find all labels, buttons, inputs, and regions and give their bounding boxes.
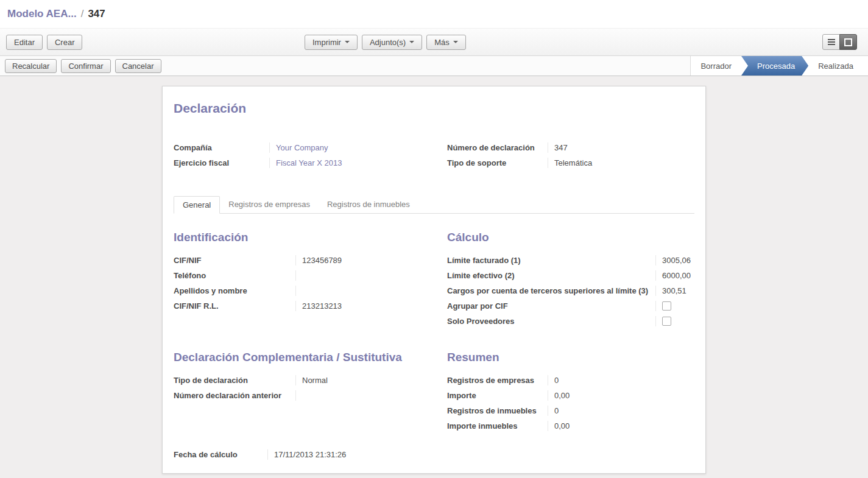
calculo-group: Cálculo Límite facturado (1) 3005,06 Lím… [447,231,694,329]
apellidos-nombre-value [295,286,447,296]
fiscalyear-label: Ejercicio fiscal [174,158,269,167]
importe-value: 0,00 [548,390,694,401]
breadcrumb-current: 347 [88,8,105,20]
section-identificacion-calculo: Identificación CIF/NIF 123456789 Teléfon… [174,231,694,329]
solo-proveedores-checkbox[interactable] [662,317,671,326]
field-row: Solo Proveedores [447,314,694,329]
declaration-number-value: 347 [548,142,694,153]
field-row: Número declaración anterior [174,388,447,403]
header-fields: Compañía Your Company Ejercicio fiscal F… [174,140,694,170]
registros-inmuebles-value: 0 [548,406,694,416]
action-bar: Recalcular Confirmar Cancelar Borrador P… [0,56,868,76]
field-row: Número de declaración 347 [447,140,694,155]
telefono-value [295,270,447,281]
numero-declaracion-anterior-value [295,390,447,401]
numero-declaracion-anterior-label: Número declaración anterior [174,391,295,400]
resumen-group: Resumen Registros de empresas 0 Importe … [447,351,694,434]
cif-nif-value: 123456789 [295,255,447,265]
company-value: Your Company [269,142,447,153]
caret-down-icon [409,41,414,43]
print-menu-label: Imprimir [312,38,341,47]
field-row: Importe 0,00 [447,388,694,403]
importe-inmuebles-value: 0,00 [548,421,694,431]
registros-empresas-value: 0 [548,375,694,385]
importe-inmuebles-label: Importe inmuebles [447,421,548,431]
tab-registros-empresas[interactable]: Registros de empresas [220,196,319,214]
notebook-tabs: General Registros de empresas Registros … [174,196,694,214]
tipo-declaracion-label: Tipo de declaración [174,376,295,385]
tab-registros-inmuebles[interactable]: Registros de inmuebles [319,196,418,214]
declaration-number-label: Número de declaración [447,143,548,152]
support-type-label: Tipo de soporte [447,158,548,167]
breadcrumb-separator: / [81,8,84,20]
cif-nif-rl-value: 213213213 [295,301,447,311]
telefono-label: Teléfono [174,271,295,280]
field-row: Límite facturado (1) 3005,06 [447,253,694,268]
breadcrumb-parent-link[interactable]: Modelo AEA... [7,8,77,20]
field-row: Tipo de soporte Telemática [447,155,694,170]
agrupar-por-cif-checkbox[interactable] [662,301,671,311]
page-title: Declaración [174,101,694,116]
tab-general-pane: Identificación CIF/NIF 123456789 Teléfon… [174,214,694,462]
tipo-declaracion-value: Normal [295,375,447,385]
list-icon [828,39,835,40]
view-switcher [822,34,857,50]
fiscalyear-link[interactable]: Fiscal Year X 2013 [276,158,342,167]
more-menu-button[interactable]: Más [426,35,466,50]
create-button[interactable]: Crear [47,35,83,50]
solo-proveedores-cell [655,316,694,326]
fecha-calculo-value: 17/11/2013 21:31:26 [267,449,447,460]
attachments-menu-button[interactable]: Adjunto(s) [362,35,422,50]
field-row: Compañía Your Company [174,140,447,155]
field-row: Teléfono [174,268,447,283]
cif-nif-label: CIF/NIF [174,256,295,265]
toolbar-center-group: Imprimir Adjunto(s) Más [305,29,466,55]
cargos-terceros-value: 300,51 [655,286,694,296]
fiscalyear-value: Fiscal Year X 2013 [269,158,447,168]
company-link[interactable]: Your Company [276,143,328,152]
field-row: Agrupar por CIF [447,298,694,314]
status-borrador[interactable]: Borrador [691,56,741,76]
field-row: Registros de empresas 0 [447,373,694,388]
field-row: CIF/NIF R.L. 213213213 [174,298,447,314]
resumen-title: Resumen [447,351,694,364]
identificacion-group: Identificación CIF/NIF 123456789 Teléfon… [174,231,447,329]
print-menu-button[interactable]: Imprimir [305,35,358,50]
apellidos-nombre-label: Apellidos y nombre [174,286,295,295]
cancel-button[interactable]: Cancelar [115,59,161,73]
recalculate-button[interactable]: Recalcular [5,59,57,73]
list-view-button[interactable] [822,34,840,50]
status-procesada[interactable]: Procesada [741,56,808,76]
confirm-button[interactable]: Confirmar [61,59,110,73]
tab-general[interactable]: General [174,196,220,214]
field-row: Cargos por cuenta de terceros superiores… [447,283,694,298]
limite-facturado-value: 3005,06 [655,255,694,265]
limite-efectivo-value: 6000,00 [655,270,694,281]
edit-button[interactable]: Editar [6,35,43,50]
form-view-area: Declaración Compañía Your Company Ejerci… [0,76,868,478]
field-row: Tipo de declaración Normal [174,373,447,388]
complementaria-group: Declaración Complementaria / Sustitutiva… [174,351,447,434]
statusbar: Borrador Procesada Realizada [690,56,868,76]
complementaria-title: Declaración Complementaria / Sustitutiva [174,351,447,364]
field-row: Fecha de cálculo 17/11/2013 21:31:26 [174,447,447,462]
caret-down-icon [453,41,458,43]
form-sheet: Declaración Compañía Your Company Ejerci… [162,86,706,474]
status-realizada[interactable]: Realizada [808,56,863,76]
header-left-group: Compañía Your Company Ejercicio fiscal F… [174,140,447,170]
toolbar: Editar Crear Imprimir Adjunto(s) Más [0,29,868,56]
agrupar-por-cif-label: Agrupar por CIF [447,301,655,311]
limite-efectivo-label: Límite efectivo (2) [447,271,655,280]
form-view-button[interactable] [839,34,857,50]
more-menu-label: Más [434,38,450,47]
field-row: Registros de inmuebles 0 [447,403,694,418]
identificacion-title: Identificación [174,231,447,244]
fecha-calculo-label: Fecha de cálculo [174,450,267,459]
header-right-group: Número de declaración 347 Tipo de soport… [447,140,694,170]
company-label: Compañía [174,143,269,152]
caret-down-icon [345,41,350,43]
attachments-menu-label: Adjunto(s) [370,38,406,47]
form-icon [844,38,852,46]
field-row: CIF/NIF 123456789 [174,253,447,268]
registros-inmuebles-label: Registros de inmuebles [447,406,548,415]
